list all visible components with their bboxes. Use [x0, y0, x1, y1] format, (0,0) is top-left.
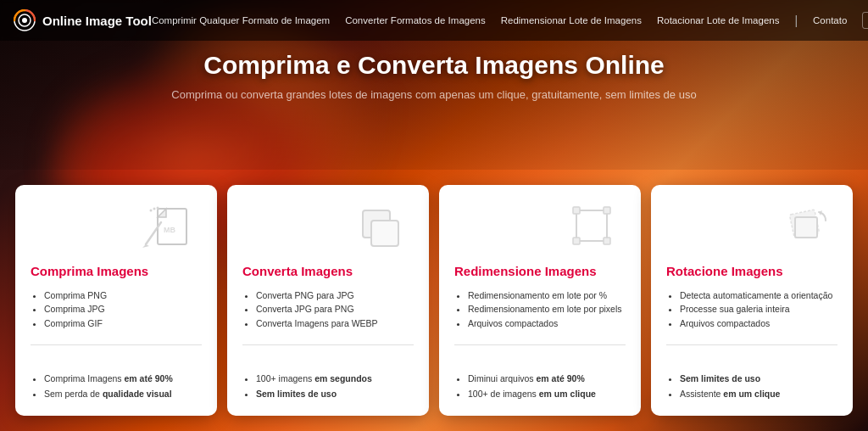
- svg-point-8: [153, 208, 156, 210]
- resize-icon: [558, 202, 626, 253]
- nav-links: Comprimir Qualquer Formato de Imagem Con…: [152, 12, 868, 29]
- svg-rect-16: [604, 238, 610, 244]
- card-convert-divider: [242, 344, 414, 345]
- card-rotate-divider: [666, 344, 837, 345]
- lang-selector[interactable]: PT: [862, 12, 868, 29]
- card-rotate[interactable]: Rotacione Imagens Detecta automaticament…: [651, 185, 853, 416]
- svg-line-5: [146, 222, 161, 244]
- nav-link-contact[interactable]: Contato: [813, 15, 847, 25]
- card-rotate-highlight: Rotacione: [666, 264, 728, 278]
- svg-point-2: [22, 18, 27, 23]
- card-compress-list: Comprima PNG Comprima JPG Comprima GIF: [31, 288, 202, 331]
- svg-rect-18: [795, 217, 817, 238]
- nav-link-resize[interactable]: Redimensionar Lote de Imagens: [501, 15, 642, 25]
- svg-marker-6: [142, 244, 149, 248]
- svg-rect-11: [371, 221, 398, 246]
- hero-subtitle: Comprima ou converta grandes lotes de im…: [0, 88, 868, 101]
- nav-divider: |: [794, 14, 798, 27]
- card-compress-divider: [31, 344, 202, 345]
- card-rotate-features: Sem limites de uso Assistente em um cliq…: [666, 372, 837, 402]
- brand-name: Online Image Tool: [42, 14, 152, 28]
- brand-logo-icon: [14, 9, 36, 31]
- svg-rect-12: [576, 210, 607, 241]
- hero-content: Comprima e Converta Imagens Online Compr…: [0, 51, 868, 101]
- rotate-icon-area: [666, 200, 837, 255]
- svg-point-9: [157, 207, 159, 210]
- card-rotate-list: Detecta automaticamente a orientação Pro…: [666, 288, 837, 331]
- cards-container: MB Comprima Imagens Comprima PNG Comprim…: [0, 185, 868, 431]
- nav-link-rotate[interactable]: Rotacionar Lote de Imagens: [657, 15, 779, 25]
- brand[interactable]: Online Image Tool: [14, 9, 152, 31]
- card-resize-features: Diminui arquivos em até 90% 100+ de imag…: [454, 372, 626, 402]
- svg-point-7: [150, 210, 153, 212]
- card-resize-list: Redimensionamento em lote por % Redimens…: [454, 288, 626, 331]
- svg-rect-14: [604, 207, 610, 214]
- card-resize-title: Redimensione Imagens: [454, 263, 626, 280]
- card-resize[interactable]: Redimensione Imagens Redimensionamento e…: [439, 185, 641, 416]
- convert-icon: [346, 202, 414, 253]
- card-rotate-title: Rotacione Imagens: [666, 263, 837, 280]
- card-convert-features: 100+ imagens em segundos Sem limites de …: [242, 372, 414, 402]
- rotate-icon: [770, 202, 837, 253]
- svg-rect-15: [573, 238, 580, 244]
- card-convert[interactable]: Converta Imagens Converta PNG para JPG C…: [227, 185, 429, 416]
- svg-text:MB: MB: [164, 226, 175, 234]
- navbar: Online Image Tool Comprimir Qualquer For…: [0, 0, 868, 41]
- card-compress[interactable]: MB Comprima Imagens Comprima PNG Comprim…: [15, 185, 217, 416]
- hero-title: Comprima e Converta Imagens Online: [0, 51, 868, 80]
- nav-link-convert[interactable]: Converter Formatos de Imagens: [345, 15, 486, 25]
- card-convert-list: Converta PNG para JPG Converta JPG para …: [242, 288, 414, 331]
- compress-icon: MB: [134, 202, 202, 253]
- card-convert-highlight: Converta: [242, 264, 298, 278]
- card-compress-highlight: Comprima: [31, 264, 93, 278]
- compress-icon-area: MB: [31, 200, 202, 255]
- convert-icon-area: [242, 200, 414, 255]
- card-compress-features: Comprima Imagens em até 90% Sem perda de…: [31, 372, 202, 402]
- nav-link-compress[interactable]: Comprimir Qualquer Formato de Imagem: [152, 15, 330, 25]
- card-resize-highlight: Redimensione: [454, 264, 542, 278]
- card-compress-title: Comprima Imagens: [31, 263, 202, 280]
- card-convert-title: Converta Imagens: [242, 263, 414, 280]
- card-resize-divider: [454, 344, 626, 345]
- resize-icon-area: [454, 200, 626, 255]
- svg-rect-13: [573, 207, 580, 214]
